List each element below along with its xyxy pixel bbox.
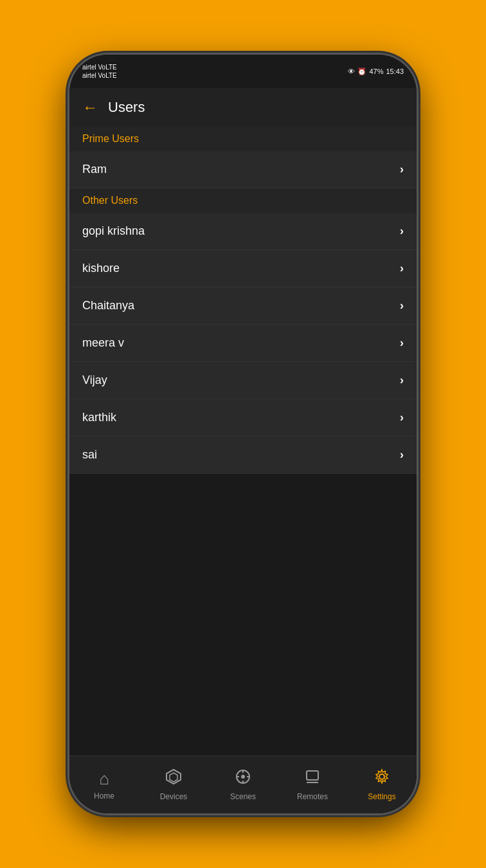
carrier1-text: airtel VoLTE [82, 63, 117, 71]
chevron-icon-ram: › [400, 163, 404, 176]
chevron-icon-meera: › [400, 336, 404, 350]
user-item-vijay[interactable]: Vijay › [69, 362, 417, 399]
settings-label: Settings [368, 792, 395, 801]
user-name-ram: Ram [82, 163, 107, 176]
content-area: Prime Users Ram › Other Users gopi krish… [69, 127, 417, 755]
prime-users-header: Prime Users [69, 127, 417, 151]
remotes-label: Remotes [297, 792, 328, 801]
other-users-header: Other Users [69, 188, 417, 213]
chevron-icon-karthik: › [400, 411, 404, 424]
nav-item-home[interactable]: ⌂ Home [69, 769, 139, 800]
phone-screen: airtel VoLTE airtel VoLTE 👁 ⏰ 47% 15:43 … [69, 55, 417, 813]
carrier-info: airtel VoLTE airtel VoLTE [82, 63, 117, 80]
user-item-karthik[interactable]: karthik › [69, 399, 417, 437]
svg-marker-1 [170, 773, 177, 782]
status-bar: airtel VoLTE airtel VoLTE 👁 ⏰ 47% 15:43 [69, 55, 417, 88]
nav-item-settings[interactable]: Settings [347, 768, 417, 801]
chevron-icon-gopi: › [400, 224, 404, 238]
status-icons: 👁 ⏰ 47% 15:43 [348, 68, 404, 76]
alarm-icon: ⏰ [357, 68, 366, 76]
user-name-karthik: karthik [82, 411, 116, 424]
svg-point-3 [241, 775, 245, 779]
devices-icon [165, 768, 182, 790]
time-text: 15:43 [386, 68, 404, 75]
bottom-navigation: ⌂ Home Devices [69, 755, 417, 813]
svg-point-10 [379, 774, 384, 779]
scenes-icon [235, 768, 251, 790]
user-item-chaitanya[interactable]: Chaitanya › [69, 287, 417, 325]
home-icon: ⌂ [99, 769, 109, 789]
page-title: Users [108, 99, 145, 116]
user-item-sai[interactable]: sai › [69, 437, 417, 474]
carrier2-text: airtel VoLTE [82, 71, 117, 80]
svg-rect-8 [307, 771, 318, 780]
eye-icon: 👁 [348, 68, 355, 75]
user-name-kishore: kishore [82, 262, 120, 275]
user-item-meera-v[interactable]: meera v › [69, 325, 417, 362]
content-spacer [69, 474, 417, 755]
phone-frame: airtel VoLTE airtel VoLTE 👁 ⏰ 47% 15:43 … [69, 55, 417, 813]
chevron-icon-chaitanya: › [400, 299, 404, 312]
remotes-icon [304, 768, 321, 790]
devices-label: Devices [160, 792, 188, 801]
user-name-gopi-krishna: gopi krishna [82, 224, 145, 238]
user-name-sai: sai [82, 448, 97, 462]
user-item-kishore[interactable]: kishore › [69, 250, 417, 287]
settings-icon [374, 768, 390, 790]
back-button[interactable]: ← [82, 98, 98, 116]
user-item-ram[interactable]: Ram › [69, 151, 417, 188]
scenes-label: Scenes [230, 792, 256, 801]
nav-item-remotes[interactable]: Remotes [278, 768, 347, 801]
page-header: ← Users [69, 88, 417, 127]
chevron-icon-vijay: › [400, 374, 404, 387]
chevron-icon-kishore: › [400, 262, 404, 275]
battery-text: 47% [369, 68, 383, 75]
user-name-vijay: Vijay [82, 374, 107, 387]
nav-item-scenes[interactable]: Scenes [208, 768, 278, 801]
home-label: Home [94, 791, 114, 800]
user-name-chaitanya: Chaitanya [82, 299, 134, 312]
nav-item-devices[interactable]: Devices [139, 768, 208, 801]
user-item-gopi-krishna[interactable]: gopi krishna › [69, 213, 417, 250]
chevron-icon-sai: › [400, 448, 404, 462]
user-name-meera-v: meera v [82, 336, 124, 350]
